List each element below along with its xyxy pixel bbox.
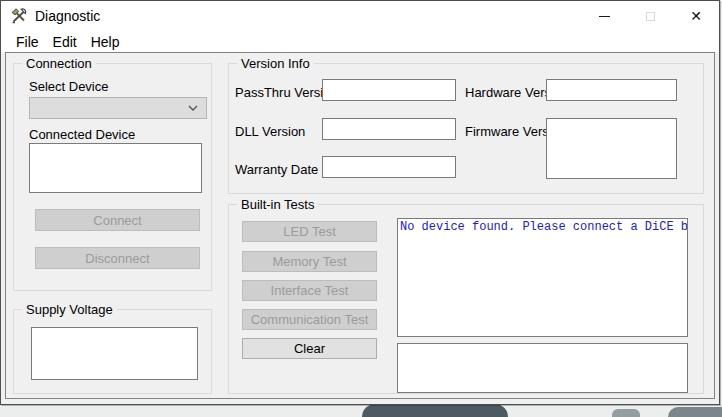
warranty-date-field[interactable] [322, 156, 456, 178]
close-icon: ✕ [690, 9, 702, 23]
builtin-tests-group-title: Built-in Tests [237, 197, 318, 212]
warranty-date-label: Warranty Date [235, 162, 318, 177]
chevron-down-icon [188, 105, 198, 111]
window-title: Diagnostic [35, 8, 100, 24]
maximize-button [627, 1, 673, 31]
select-device-label: Select Device [29, 79, 108, 94]
dll-version-field[interactable] [322, 118, 456, 140]
minimize-button[interactable] [581, 1, 627, 31]
supply-voltage-group: Supply Voltage [13, 309, 212, 394]
close-button[interactable]: ✕ [673, 1, 719, 31]
menubar: File Edit Help [1, 31, 719, 52]
interface-test-button[interactable]: Interface Test [242, 280, 377, 301]
version-info-group-title: Version Info [237, 56, 314, 71]
test-output-box [397, 343, 688, 393]
communication-test-button[interactable]: Communication Test [242, 309, 377, 330]
disconnect-button[interactable]: Disconnect [35, 247, 200, 269]
desktop-background-shape [362, 404, 508, 417]
connected-device-list[interactable] [29, 143, 202, 193]
menu-help[interactable]: Help [84, 31, 127, 52]
desktop-background-shape [668, 407, 722, 417]
tools-hammer-wrench-icon [10, 8, 27, 24]
memory-test-button[interactable]: Memory Test [242, 251, 377, 272]
select-device-dropdown[interactable] [29, 97, 207, 119]
led-test-button[interactable]: LED Test [242, 221, 377, 242]
supply-voltage-display [31, 327, 198, 380]
desktop-background-shape [612, 409, 640, 417]
builtin-tests-group: Built-in Tests LED Test Memory Test Inte… [228, 204, 704, 394]
connection-group: Connection Select Device Connected Devic… [13, 63, 212, 291]
maximize-icon [646, 12, 655, 21]
connection-group-title: Connection [22, 56, 96, 71]
minimize-icon [599, 16, 610, 17]
client-area: Connection Select Device Connected Devic… [5, 52, 715, 399]
connected-device-label: Connected Device [29, 127, 135, 142]
hardware-version-field[interactable] [546, 79, 677, 101]
connect-button[interactable]: Connect [35, 209, 200, 231]
status-message-box: No device found. Please connect a DiCE b… [397, 218, 688, 337]
clear-button[interactable]: Clear [242, 338, 377, 359]
firmware-version-field[interactable] [546, 118, 677, 179]
version-info-group: Version Info PassThru Version Hardware V… [228, 63, 704, 194]
menu-file[interactable]: File [9, 31, 46, 52]
dll-version-label: DLL Version [235, 124, 305, 139]
menu-edit[interactable]: Edit [46, 31, 84, 52]
passthru-version-field[interactable] [322, 79, 456, 101]
titlebar[interactable]: Diagnostic ✕ [1, 1, 719, 31]
supply-voltage-group-title: Supply Voltage [22, 302, 117, 317]
diagnostic-window: Diagnostic ✕ File Edit Help Connection S… [0, 0, 720, 405]
